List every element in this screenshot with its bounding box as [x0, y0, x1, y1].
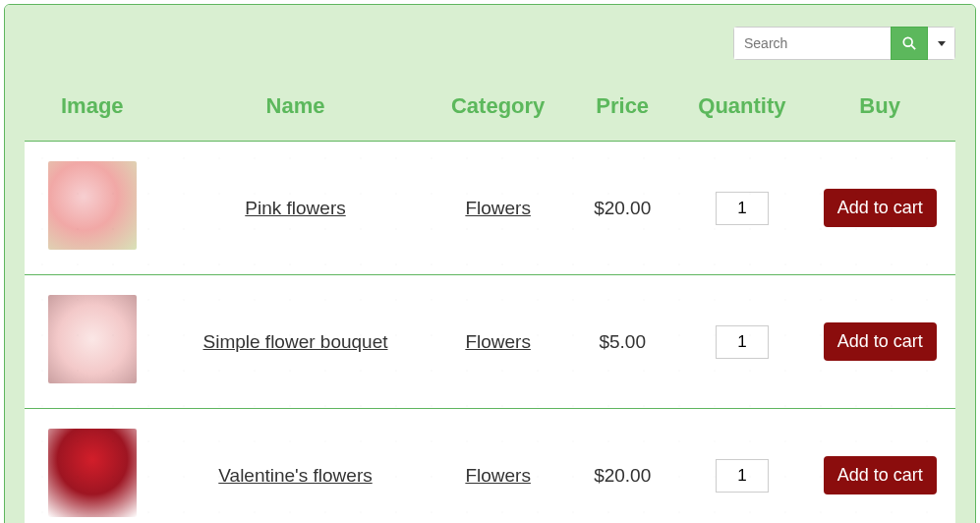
- cell-category: Flowers: [431, 275, 564, 409]
- cell-image: [25, 275, 160, 409]
- cell-price: $20.00: [565, 142, 680, 275]
- cell-quantity: [680, 142, 805, 275]
- product-panel: Image Name Category Price Quantity Buy P…: [4, 4, 976, 523]
- panel-header: Image Name Category Price Quantity Buy P…: [5, 5, 975, 523]
- table-header-row: Image Name Category Price Quantity Buy: [25, 84, 955, 141]
- cell-image: [25, 409, 160, 524]
- cell-name: Valentine's flowers: [160, 409, 432, 524]
- col-header-category: Category: [431, 84, 564, 141]
- product-thumbnail: [48, 295, 137, 383]
- col-header-buy: Buy: [804, 84, 955, 141]
- product-name-link[interactable]: Pink flowers: [245, 198, 345, 218]
- cell-name: Simple flower bouquet: [160, 275, 432, 409]
- col-header-quantity: Quantity: [680, 84, 805, 141]
- cell-quantity: [680, 275, 805, 409]
- product-category-link[interactable]: Flowers: [465, 331, 531, 352]
- product-price: $20.00: [594, 465, 651, 486]
- svg-point-0: [903, 37, 912, 46]
- search-row: [25, 27, 955, 60]
- cell-price: $5.00: [565, 275, 680, 409]
- search-icon: [902, 36, 916, 50]
- col-header-image: Image: [25, 84, 160, 141]
- cell-buy: Add to cart: [804, 142, 955, 275]
- cell-buy: Add to cart: [804, 275, 955, 409]
- add-to-cart-button[interactable]: Add to cart: [824, 322, 937, 361]
- search-button[interactable]: [891, 27, 928, 60]
- quantity-input[interactable]: [716, 325, 769, 359]
- product-name-link[interactable]: Simple flower bouquet: [203, 331, 388, 352]
- cell-image: [25, 142, 160, 275]
- product-name-link[interactable]: Valentine's flowers: [218, 465, 372, 486]
- cell-quantity: [680, 409, 805, 524]
- product-price: $20.00: [594, 198, 651, 218]
- cell-price: $20.00: [565, 409, 680, 524]
- chevron-down-icon: [938, 41, 946, 46]
- cell-buy: Add to cart: [804, 409, 955, 524]
- product-category-link[interactable]: Flowers: [465, 198, 531, 218]
- search-group: [733, 27, 955, 60]
- search-dropdown-toggle[interactable]: [928, 27, 955, 60]
- product-price: $5.00: [599, 331, 646, 352]
- quantity-input[interactable]: [716, 192, 769, 225]
- col-header-price: Price: [565, 84, 680, 141]
- cell-name: Pink flowers: [160, 142, 432, 275]
- cell-category: Flowers: [431, 409, 564, 524]
- cell-category: Flowers: [431, 142, 564, 275]
- product-thumbnail: [48, 429, 137, 517]
- table-row: Valentine's flowersFlowers$20.00Add to c…: [25, 409, 955, 524]
- table-row: Simple flower bouquetFlowers$5.00Add to …: [25, 275, 955, 409]
- add-to-cart-button[interactable]: Add to cart: [824, 189, 937, 227]
- quantity-input[interactable]: [716, 459, 769, 493]
- add-to-cart-button[interactable]: Add to cart: [824, 456, 937, 494]
- product-table: Image Name Category Price Quantity Buy P…: [25, 84, 955, 523]
- product-category-link[interactable]: Flowers: [465, 465, 531, 486]
- col-header-name: Name: [160, 84, 432, 141]
- table-row: Pink flowersFlowers$20.00Add to cart: [25, 142, 955, 275]
- search-input[interactable]: [733, 27, 891, 60]
- svg-line-1: [911, 45, 915, 49]
- product-thumbnail: [48, 161, 137, 250]
